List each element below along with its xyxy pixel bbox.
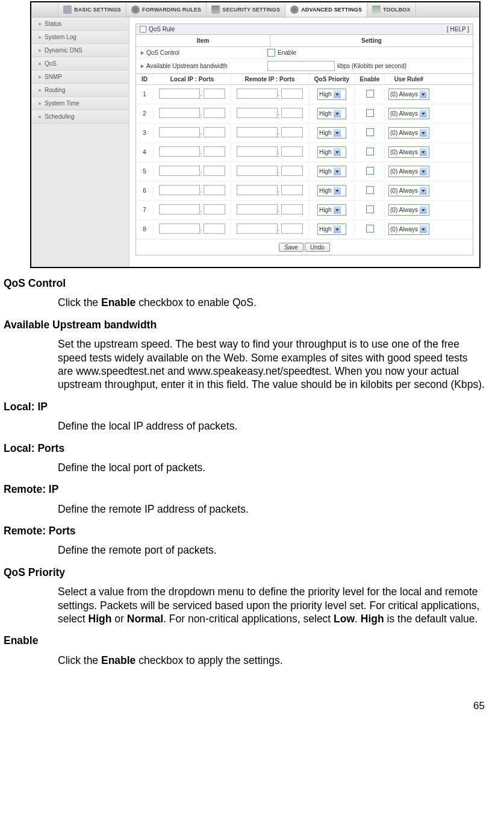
qos-rule-panel: QoS Rule [ HELP ] Item Setting QoS Contr… [135, 23, 473, 255]
use-rule-select[interactable]: (0) Always [388, 108, 429, 119]
doc-heading: Enable [4, 634, 492, 647]
local-port-input[interactable] [204, 146, 225, 157]
local-ip-input[interactable] [159, 204, 200, 214]
sidebar-item-label: Scheduling [45, 113, 74, 120]
undo-button[interactable]: Undo [305, 243, 330, 252]
remote-ip-input[interactable] [237, 146, 278, 157]
remote-cell: : [231, 164, 309, 179]
local-ip-input[interactable] [159, 146, 200, 157]
remote-ip-input[interactable] [237, 185, 278, 195]
chevron-down-icon [334, 110, 341, 117]
sidebar-item-qos[interactable]: QoS [31, 57, 129, 70]
priority-select[interactable]: High [317, 166, 346, 177]
priority-select[interactable]: High [317, 224, 346, 235]
router-admin-screenshot: BASIC SETTINGS FORWARDING RULES SECURITY… [30, 1, 481, 268]
remote-ip-input[interactable] [237, 89, 278, 99]
tab-advanced-settings[interactable]: ADVANCED SETTINGS [285, 2, 367, 17]
remote-ip-input[interactable] [237, 204, 278, 214]
priority-select[interactable]: High [317, 204, 346, 216]
rule-enable-checkbox[interactable] [366, 225, 374, 233]
local-port-input[interactable] [204, 108, 225, 118]
bandwidth-unit: kbps (Kilobits per second) [337, 63, 406, 69]
use-rule-select[interactable]: (0) Always [388, 89, 429, 100]
sidebar-item-status[interactable]: Status [31, 17, 129, 31]
sidebar-item-label: SNMP [45, 74, 62, 80]
sidebar-item-scheduling[interactable]: Scheduling [31, 110, 129, 124]
chevron-down-icon [420, 129, 427, 137]
local-port-input[interactable] [204, 166, 225, 176]
local-port-input[interactable] [204, 185, 225, 195]
bandwidth-input[interactable] [267, 61, 335, 71]
remote-port-input[interactable] [281, 127, 303, 137]
remote-port-input[interactable] [281, 166, 303, 176]
priority-select[interactable]: High [317, 185, 346, 196]
sidebar-item-system-time[interactable]: System Time [31, 97, 129, 110]
panel-header: QoS Rule [ HELP ] [136, 24, 473, 35]
tab-basic-settings[interactable]: BASIC SETTINGS [58, 2, 126, 17]
local-ip-input[interactable] [159, 185, 200, 195]
remote-ip-input[interactable] [237, 127, 278, 137]
remote-ip-input[interactable] [237, 166, 278, 176]
enable-cell [355, 146, 385, 158]
enable-cell [355, 88, 385, 101]
use-rule-select[interactable]: (0) Always [388, 185, 429, 196]
local-ip-input[interactable] [159, 224, 200, 234]
header-setting: Setting [270, 35, 473, 46]
tab-forwarding-rules[interactable]: FORWARDING RULES [126, 2, 207, 17]
local-ip-input[interactable] [159, 108, 200, 118]
rule-enable-checkbox[interactable] [366, 128, 374, 136]
local-port-input[interactable] [204, 127, 225, 137]
sidebar-item-snmp[interactable]: SNMP [31, 70, 129, 84]
local-port-input[interactable] [204, 224, 225, 234]
priority-select[interactable]: High [317, 146, 346, 158]
local-ip-input[interactable] [159, 89, 200, 99]
help-link[interactable]: [ HELP ] [447, 26, 469, 33]
use-rule-select[interactable]: (0) Always [388, 127, 429, 139]
tab-toolbox[interactable]: TOOLBOX [367, 2, 416, 17]
local-ip-input[interactable] [159, 127, 200, 137]
remote-port-input[interactable] [281, 89, 303, 99]
sidebar-item-system-log[interactable]: System Log [31, 31, 129, 44]
remote-port-input[interactable] [281, 185, 303, 195]
tab-label: FORWARDING RULES [142, 7, 201, 13]
local-port-input[interactable] [204, 89, 225, 99]
tab-security-settings[interactable]: SECURITY SETTINGS [207, 2, 285, 17]
remote-port-input[interactable] [281, 108, 303, 118]
header-item: Item [136, 35, 270, 46]
remote-ip-input[interactable] [237, 224, 278, 234]
enable-checkbox[interactable] [267, 49, 275, 57]
sidebar-item-label: Status [45, 20, 61, 27]
priority-select[interactable]: High [317, 89, 346, 100]
qos-control-row: QoS Control Enable [136, 47, 473, 59]
use-rule-select[interactable]: (0) Always [388, 166, 429, 177]
remote-port-input[interactable] [281, 224, 303, 234]
rule-enable-checkbox[interactable] [366, 109, 374, 117]
rule-enable-checkbox[interactable] [366, 167, 374, 175]
local-port-input[interactable] [204, 204, 225, 214]
sidebar-item-label: Dynamic DNS [45, 47, 82, 54]
sidebar-item-routing[interactable]: Routing [31, 84, 129, 97]
rule-enable-checkbox[interactable] [366, 205, 374, 213]
rule-enable-checkbox[interactable] [366, 186, 374, 194]
save-button[interactable]: Save [279, 243, 303, 252]
panel-icon [140, 26, 146, 33]
chevron-down-icon [334, 148, 341, 156]
priority-select[interactable]: High [317, 127, 346, 139]
doc-paragraph: Define the remote IP address of packets. [58, 502, 485, 516]
gear-icon [290, 5, 299, 14]
rule-row: 7::High(0) Always [136, 201, 473, 220]
remote-port-input[interactable] [281, 204, 303, 214]
rule-enable-checkbox[interactable] [366, 148, 374, 155]
chevron-down-icon [334, 129, 341, 137]
rule-enable-checkbox[interactable] [366, 90, 374, 98]
priority-select[interactable]: High [317, 108, 346, 119]
remote-port-input[interactable] [281, 146, 303, 157]
remote-ip-input[interactable] [237, 108, 278, 118]
sidebar-item-dynamic-dns[interactable]: Dynamic DNS [31, 44, 129, 57]
local-ip-input[interactable] [159, 166, 200, 176]
use-rule-select[interactable]: (0) Always [388, 146, 429, 158]
chevron-down-icon [334, 225, 341, 233]
use-rule-select[interactable]: (0) Always [388, 204, 429, 216]
rule-row: 3::High(0) Always [136, 124, 473, 143]
use-rule-select[interactable]: (0) Always [388, 224, 429, 235]
